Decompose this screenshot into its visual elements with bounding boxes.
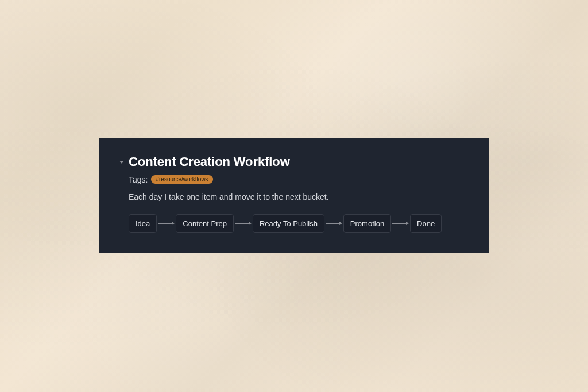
arrow-icon bbox=[391, 222, 410, 225]
stage-promotion[interactable]: Promotion bbox=[343, 214, 391, 233]
stage-done[interactable]: Done bbox=[410, 214, 442, 233]
arrow-icon bbox=[324, 222, 343, 225]
content-body: Tags: #resource/workflows Each day I tak… bbox=[119, 175, 469, 233]
arrow-icon bbox=[157, 222, 176, 225]
description-text: Each day I take one item and move it to … bbox=[129, 192, 469, 201]
header-row: Content Creation Workflow bbox=[119, 154, 469, 169]
tags-label: Tags: bbox=[129, 175, 148, 184]
arrow-icon bbox=[234, 222, 253, 225]
disclosure-triangle-icon[interactable] bbox=[119, 161, 124, 164]
tags-row: Tags: #resource/workflows bbox=[129, 175, 469, 184]
workflow-card: Content Creation Workflow Tags: #resourc… bbox=[99, 138, 489, 253]
stage-idea[interactable]: Idea bbox=[129, 214, 157, 233]
workflow-stages: Idea Content Prep Ready To Publish Promo… bbox=[129, 214, 469, 233]
tag-pill[interactable]: #resource/workflows bbox=[151, 175, 212, 184]
page-title: Content Creation Workflow bbox=[129, 154, 290, 169]
stage-ready-to-publish[interactable]: Ready To Publish bbox=[253, 214, 324, 233]
stage-content-prep[interactable]: Content Prep bbox=[176, 214, 234, 233]
